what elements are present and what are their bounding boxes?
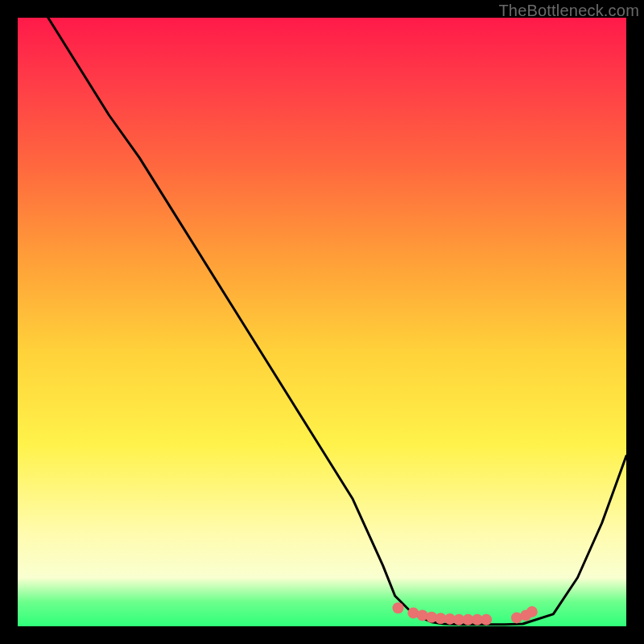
chart-frame <box>18 18 626 626</box>
chart-svg <box>18 18 626 626</box>
marker-dot <box>393 602 404 613</box>
marker-dot <box>481 614 492 625</box>
bottleneck-curve <box>48 18 626 625</box>
optimal-range-markers <box>393 602 538 625</box>
marker-dot <box>526 606 538 617</box>
attribution-text: TheBottleneck.com <box>498 2 639 20</box>
